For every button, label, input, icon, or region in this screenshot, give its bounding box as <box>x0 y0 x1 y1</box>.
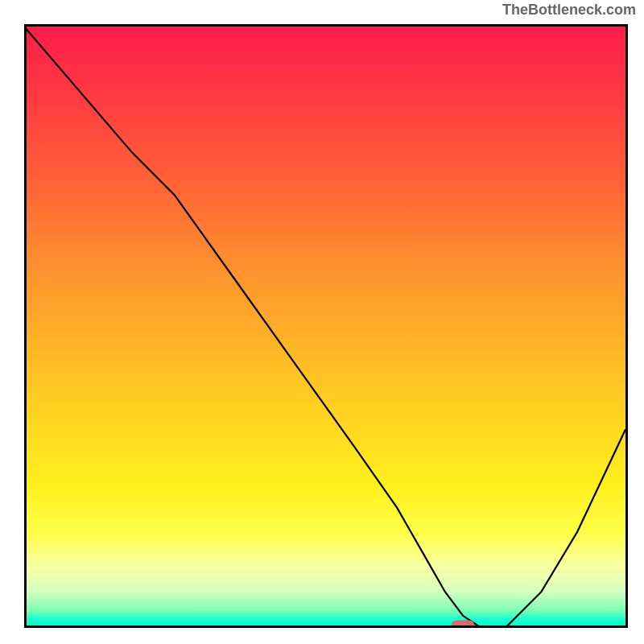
line-curve <box>24 27 625 628</box>
chart-frame <box>24 24 628 628</box>
optimal-marker <box>452 621 474 628</box>
watermark-text: TheBottleneck.com <box>502 2 636 19</box>
plot-area <box>24 27 625 628</box>
